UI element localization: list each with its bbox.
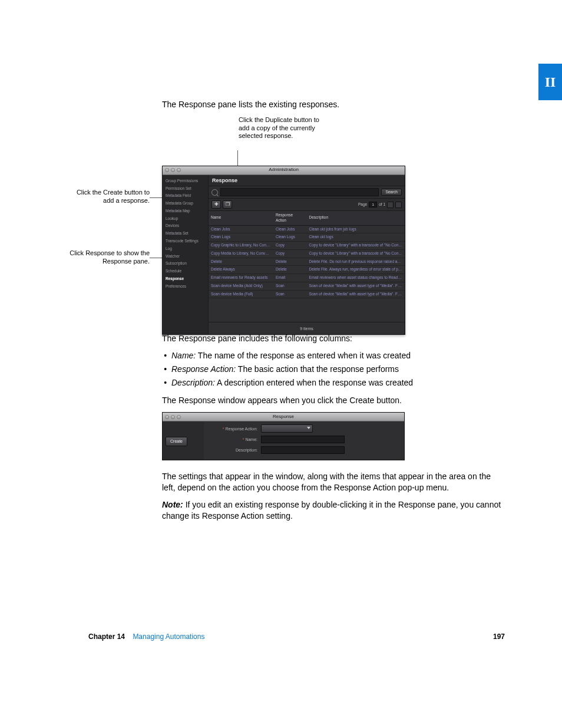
admin-screenshot: Click the Duplicate button to add a copy… [162,116,504,322]
settings-paragraph: The settings that appear in the window, … [162,471,504,493]
search-icon [211,189,218,196]
table-row[interactable]: DeleteDeleteDelete File. Do not run if p… [209,258,405,266]
cell: Copy [273,242,307,250]
window-title: Response [163,414,404,420]
definition: The basic action that the response perfo… [236,364,399,374]
sidebar-item[interactable]: Preferences [165,283,206,291]
sidebar-item[interactable]: Permission Set [165,185,206,193]
table-row[interactable]: Copy Media to Library, No Convers…CopyCo… [209,249,405,258]
cell: Email reviewers when asset status change… [306,274,405,282]
cell: Clean Jobs [209,225,273,233]
titlebar: Response [163,413,404,421]
table-row[interactable]: Delete AlwaysDeleteDelete File. Always r… [209,266,405,274]
search-button[interactable]: Search [381,189,402,196]
cell: Copy to device "Library" with a transcod… [306,249,405,258]
chapter-title: Managing Automations [133,633,204,641]
name-label: * Name: [207,437,257,442]
sidebar-item[interactable]: Response [165,275,206,283]
table-row[interactable]: Clean JobsClean JobsClean old jobs from … [209,225,405,233]
sidebar-item[interactable]: Metadata Map [165,207,206,215]
cell: Clean Jobs [273,225,307,233]
cell: Scan of device "Media" with asset type o… [306,290,405,298]
cell: Delete [273,258,307,266]
cell: Clean Logs [209,233,273,242]
cell: Scan of device "Media" with asset type o… [306,282,405,290]
response-action-select[interactable] [261,424,313,433]
note-text: If you edit an existing response by doub… [162,500,501,521]
section-tab: II [538,64,562,100]
cell: Copy to device "Library" with a transcod… [306,242,405,250]
sidebar-item[interactable]: Metadata Set [165,230,206,238]
sidebar-item[interactable]: Group Permissions [165,177,206,185]
cell: Clean old logs [306,233,405,242]
description-field[interactable] [261,446,345,454]
create-button[interactable]: ✚ [211,200,221,209]
table-row[interactable]: Copy Graphic to Library, No Conver…CopyC… [209,242,405,250]
intro-text: The Response pane lists the existing res… [162,99,504,110]
columns-list: Name: The name of the response as entere… [162,350,504,388]
description-label: Description: [207,447,257,453]
search-input[interactable] [220,188,379,196]
definition: The name of the response as entered when… [196,351,411,360]
pane-title: Response [209,175,405,186]
table-row[interactable]: Scan device Media (Add Only)ScanScan of … [209,282,405,290]
prev-page-button[interactable] [387,202,394,208]
pager-total: of 1 [379,202,385,207]
note-paragraph: Note: If you edit an existing response b… [162,499,504,522]
response-table: NameResponse ActionDescription Clean Job… [209,211,405,298]
chapter-label: Chapter 14 [88,633,125,641]
sidebar-item[interactable]: Metadata Field [165,192,206,200]
sidebar-item[interactable]: Watcher [165,253,206,261]
term: Description: [171,378,215,387]
sidebar-item[interactable]: Lookup [165,215,206,223]
table-row[interactable]: Email reviewers for Ready assetsEmailEma… [209,274,405,282]
list-item: Response Action: The basic action that t… [171,364,504,375]
pager: Page 1 of 1 [358,202,402,208]
sidebar-item[interactable]: Devices [165,222,206,230]
sidebar-item[interactable]: Schedule [165,268,206,275]
list-item: Name: The name of the response as entere… [171,350,504,361]
table-row[interactable]: Scan device Media (Full)ScanScan of devi… [209,290,405,298]
pager-label: Page [358,202,367,207]
page-footer: Chapter 14 Managing Automations 197 [88,633,505,641]
cell: Clean old jobs from job logs [306,225,405,233]
response-action-label: * Response Action: [207,426,257,431]
cell: Scan [273,290,307,298]
page-number: 197 [493,633,505,641]
term: Name: [171,351,196,360]
cell: Delete [273,266,307,274]
cell: Email [273,274,307,282]
page-number[interactable]: 1 [369,202,377,207]
column-header[interactable]: Response Action [273,211,307,225]
cell: Copy Graphic to Library, No Conver… [209,242,273,250]
sidebar-item[interactable]: Metadata Group [165,200,206,207]
titlebar: Administration [163,166,405,175]
window-title: Administration [163,167,405,173]
sidebar-item[interactable]: Subscription [165,260,206,268]
callout-duplicate: Click the Duplicate button to add a copy… [239,116,327,140]
cell: Delete [209,258,273,266]
admin-sidebar: Group PermissionsPermission SetMetadata … [163,175,209,334]
next-page-button[interactable] [395,202,402,208]
cell: Copy [273,249,307,258]
create-button[interactable]: Create [166,437,187,446]
cell: Delete File. Do not run if previous resp… [306,258,405,266]
cell: Clean Logs [273,233,307,242]
column-header[interactable]: Name [209,211,273,225]
sidebar-item[interactable]: Transcode Settings [165,238,206,245]
cell: Scan [273,282,307,290]
list-item: Description: A description entered when … [171,377,504,388]
item-count: 9 items [209,322,405,334]
sidebar-item[interactable]: Log [165,245,206,253]
column-header[interactable]: Description [306,211,405,225]
create-window-text: The Response window appears when you cli… [162,395,504,406]
callout-response-pane: Click Response to show the Response pane… [63,249,150,266]
cell: Delete Always [209,266,273,274]
name-field[interactable] [261,436,345,443]
table-row[interactable]: Clean LogsClean LogsClean old logs [209,233,405,242]
cell: Scan device Media (Full) [209,290,273,298]
cell: Email reviewers for Ready assets [209,274,273,282]
duplicate-button[interactable]: ❐ [223,200,232,209]
definition: A description entered when the response … [215,378,413,387]
cell: Copy Media to Library, No Convers… [209,249,273,258]
